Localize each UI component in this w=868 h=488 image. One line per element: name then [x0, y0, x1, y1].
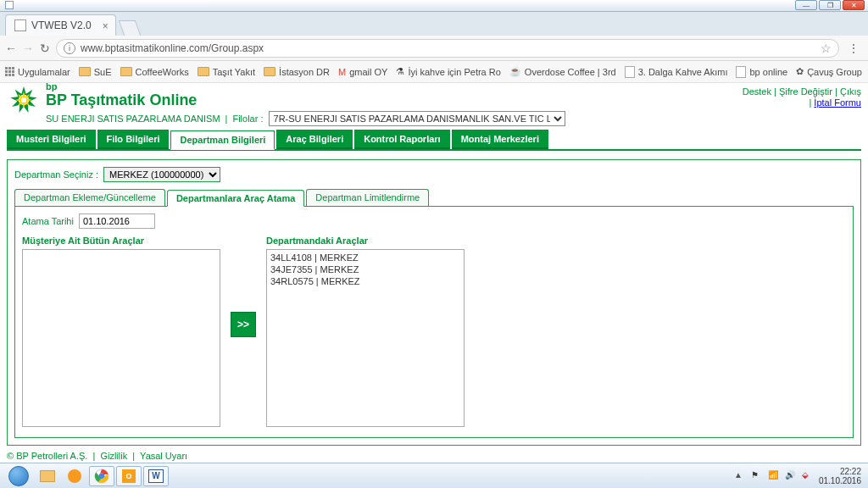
link-yasal[interactable]: Yasal Uyarı — [140, 451, 187, 461]
left-list-label: Müşteriye Ait Bütün Araçlar — [22, 236, 220, 246]
win-min-button[interactable]: — — [795, 0, 817, 10]
site-info-icon[interactable]: i — [64, 42, 75, 54]
transfer-button[interactable]: >> — [231, 312, 256, 337]
nav-item[interactable]: Kontrol Raporları — [354, 130, 449, 149]
list-item[interactable]: 34RL0575 | MERKEZ — [269, 275, 462, 287]
forward-button[interactable]: → — [22, 42, 34, 55]
folder-icon — [79, 67, 91, 76]
left-listbox[interactable] — [22, 249, 220, 427]
bookmark-star-icon[interactable]: ☆ — [821, 42, 832, 55]
nav-item[interactable]: Departman Bilgileri — [170, 130, 275, 150]
url-text: www.bptasitmatikonline.com/Group.aspx — [81, 42, 264, 54]
tab-title: VTWEB V2.0 — [31, 19, 92, 31]
subtitle: SU ENERJI SATIS PAZARLAMA DANISM — [46, 114, 220, 124]
nav-item[interactable]: Araç Bilgileri — [276, 130, 353, 149]
tray-clock[interactable]: 22:22 01.10.2016 — [819, 467, 861, 485]
date-input[interactable] — [79, 214, 155, 229]
dept-select[interactable]: MERKEZ (100000000) — [103, 167, 220, 182]
nav-item[interactable]: Musteri Bilgileri — [7, 130, 96, 149]
link-iptal-formu[interactable]: İptal Formu — [814, 97, 861, 108]
browser-tab[interactable]: VTWEB V2.0 × — [5, 14, 116, 36]
sub-tab[interactable]: Departman Limitlendirme — [306, 189, 429, 206]
taskbar-explorer-icon[interactable] — [35, 466, 60, 486]
chrome-menu-icon[interactable]: ⋮ — [844, 42, 863, 55]
branch-select[interactable]: 7R-SU ENERJI SATIS PAZARLAMA DANISMANLIK… — [269, 111, 565, 126]
win-close-button[interactable]: ✕ — [843, 0, 865, 10]
reload-button[interactable]: ↻ — [39, 42, 51, 55]
folder-icon — [198, 67, 209, 76]
date-label: Atama Tarihi — [22, 216, 74, 226]
bookmark-item[interactable]: CoffeeWorks — [120, 67, 189, 77]
start-button[interactable] — [3, 465, 34, 487]
bookmark-item[interactable]: Taşıt Yakıt — [198, 67, 255, 77]
sys-icon — [5, 1, 14, 9]
back-button[interactable]: ← — [5, 42, 17, 55]
right-list-label: Departmandaki Araçlar — [266, 236, 465, 246]
nav-item[interactable]: Montaj Merkezleri — [452, 130, 548, 149]
taskbar-outlook-icon[interactable]: O — [116, 466, 142, 486]
bookmark-item[interactable]: SuE — [79, 67, 112, 77]
page-icon — [625, 66, 635, 78]
main-nav: Musteri BilgileriFilo BilgileriDepartman… — [7, 130, 861, 149]
bm-label: Uygulamalar — [18, 67, 70, 77]
tray-batt-icon[interactable]: ⬙ — [802, 470, 814, 482]
address-bar[interactable]: i www.bptasitmatikonline.com/Group.aspx … — [56, 39, 839, 58]
page-title: BP Taşıtmatik Online — [46, 92, 754, 109]
filolar-label: Filolar : — [232, 114, 263, 124]
taskbar-media-icon[interactable] — [62, 466, 87, 486]
bookmark-item[interactable]: 3. Dalga Kahve Akımı — [625, 66, 728, 78]
bookmark-item[interactable]: İstasyon DR — [264, 67, 330, 77]
sub-tabs: Departman Ekleme/GüncellemeDepartmanlara… — [14, 189, 854, 207]
svg-point-0 — [21, 97, 26, 103]
list-item[interactable]: 34LL4108 | MERKEZ — [269, 252, 462, 263]
bookmark-item[interactable]: ✿Çavuş Group — [796, 66, 862, 77]
dept-label: Departman Seçiniz : — [14, 169, 98, 180]
win-max-button[interactable]: ❐ — [819, 0, 841, 10]
folder-icon — [264, 67, 275, 76]
bookmark-item[interactable]: bp online — [736, 66, 787, 78]
bookmark-item[interactable]: Mgmail OY — [338, 67, 387, 77]
tray-vol-icon[interactable]: 🔊 — [785, 470, 797, 482]
tab-close-icon[interactable]: × — [103, 20, 108, 32]
taskbar-chrome-icon[interactable] — [89, 466, 114, 486]
bookmark-item[interactable]: ⚗İyi kahve için Petra Ro — [396, 66, 500, 77]
apps-button[interactable]: Uygulamalar — [5, 67, 70, 77]
link-gizlilik[interactable]: Gizlilik — [100, 451, 127, 461]
new-tab-button[interactable] — [118, 20, 141, 36]
folder-icon — [120, 67, 132, 76]
footer: © BP Petrolleri A.Ş. | Gizlilik | Yasal … — [7, 451, 861, 461]
tray-net-icon[interactable]: 📶 — [768, 470, 780, 482]
tray-up-icon[interactable]: ▲ — [734, 470, 746, 482]
footer-company: © BP Petrolleri A.Ş. — [7, 451, 87, 461]
nav-item[interactable]: Filo Bilgileri — [97, 130, 170, 149]
right-listbox[interactable]: 34LL4108 | MERKEZ34JE7355 | MERKEZ34RL05… — [266, 249, 465, 427]
page-icon — [736, 66, 746, 78]
sub-tab[interactable]: Departmanlara Araç Atama — [167, 190, 304, 207]
page-icon — [14, 19, 26, 31]
taskbar-word-icon[interactable]: W — [143, 466, 169, 486]
bp-logo — [7, 81, 41, 115]
bookmark-item[interactable]: ☕Overdose Coffee | 3rd — [509, 66, 616, 77]
apps-grid-icon — [5, 67, 14, 76]
tray-flag-icon[interactable]: ⚑ — [751, 470, 763, 482]
bp-small: bp — [46, 81, 754, 92]
sub-tab[interactable]: Departman Ekleme/Güncelleme — [14, 189, 165, 206]
list-item[interactable]: 34JE7355 | MERKEZ — [269, 263, 462, 275]
